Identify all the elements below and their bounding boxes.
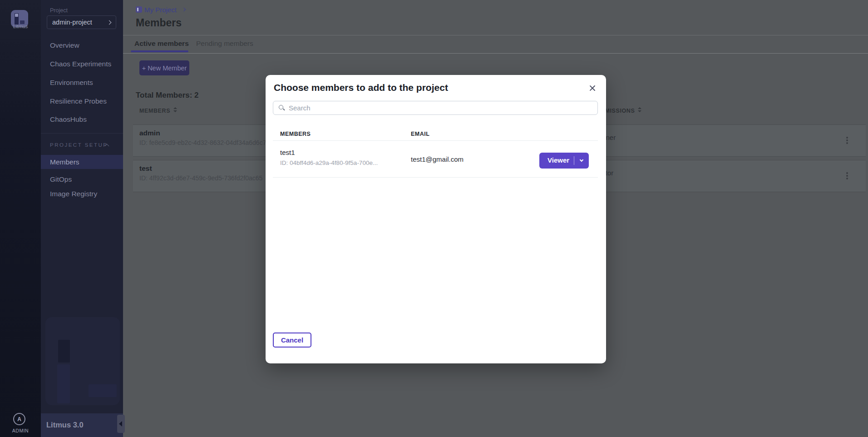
member-name: admin	[139, 129, 160, 137]
divider	[273, 140, 598, 141]
project-setup-heading[interactable]: PROJECT SETUP	[50, 142, 108, 148]
sort-icon[interactable]	[173, 107, 177, 112]
sidebar-item-chaoshubs[interactable]: ChaosHubs	[41, 113, 123, 126]
role-label[interactable]: Viewer	[547, 156, 569, 164]
member-id: ID: 4ff92c3d-d6e7-459c-9ed5-736fd2f0ac65	[139, 174, 262, 182]
candidate-email: test1@gmail.com	[411, 155, 464, 163]
sidebar-item-members[interactable]: Members	[41, 155, 123, 169]
tab-pending-members[interactable]: Pending members	[196, 40, 253, 48]
sidebar-item-image-registry[interactable]: Image Registry	[41, 187, 123, 201]
column-header-label: MEMBERS	[139, 108, 170, 114]
collapse-arrow-icon	[119, 421, 122, 427]
total-members-label: Total Members: 2	[136, 91, 199, 100]
user-avatar[interactable]: A	[13, 413, 25, 425]
logo-shape	[15, 14, 18, 17]
project-select-value: admin-project	[52, 19, 92, 26]
dialog-title: Choose members to add to the project	[274, 82, 448, 93]
new-member-button[interactable]: + New Member	[139, 60, 189, 75]
chevron-right-icon	[107, 20, 112, 25]
kebab-menu-icon[interactable]	[846, 172, 848, 174]
sidebar-item-resilience-probes[interactable]: Resilience Probes	[41, 94, 123, 108]
watermark-shape	[57, 364, 70, 403]
member-name: test	[139, 164, 152, 173]
candidate-id: ID: 04bff4d6-a29a-4f80-9f5a-700e...	[280, 159, 378, 166]
add-members-dialog: Choose members to add to the project MEM…	[266, 75, 606, 363]
member-id: ID: fe8e5cd9-eb2c-4d32-8632-04df34a6d6c7	[139, 139, 266, 146]
kebab-menu-icon[interactable]	[846, 137, 848, 139]
active-tab-underline	[131, 50, 188, 52]
button-divider	[574, 156, 574, 165]
close-icon[interactable]	[587, 82, 598, 94]
role-select-button[interactable]: Viewer	[539, 153, 589, 169]
version-label: Litmus 3.0	[46, 421, 84, 429]
breadcrumb-chevron-icon	[182, 8, 186, 11]
watermark-shape	[58, 340, 70, 363]
sort-icon[interactable]	[638, 107, 641, 112]
sidebar-footer: Litmus 3.0	[41, 413, 123, 437]
divider	[273, 177, 598, 178]
sidebar-rail: Litmus A ADMIN	[0, 0, 41, 437]
sidebar-item-gitops[interactable]: GitOps	[41, 173, 123, 186]
column-header-email: EMAIL	[411, 131, 429, 137]
page-title: Members	[136, 17, 182, 29]
column-header-members[interactable]: MEMBERS	[139, 107, 177, 114]
project-select[interactable]: admin-project	[47, 15, 116, 29]
sidebar-item-chaos-experiments[interactable]: Chaos Experiments	[41, 57, 123, 71]
search-field	[273, 101, 598, 115]
sidebar-item-environments[interactable]: Environments	[41, 76, 123, 89]
sidebar-watermark	[45, 317, 120, 405]
project-icon	[136, 6, 142, 13]
chevron-down-icon[interactable]	[580, 158, 583, 162]
sidebar-item-overview[interactable]: Overview	[41, 39, 123, 52]
litmus-app: Litmus A ADMIN Project admin-project Ove…	[0, 0, 868, 437]
cancel-button[interactable]: Cancel	[273, 333, 311, 348]
sidebar-nav: Project admin-project Overview Chaos Exp…	[41, 0, 123, 437]
project-label: Project	[50, 7, 68, 14]
watermark-shape	[89, 384, 117, 397]
sidebar-collapse-button[interactable]	[117, 415, 125, 433]
divider	[123, 53, 868, 54]
breadcrumb[interactable]: My Project	[144, 6, 177, 14]
user-label: ADMIN	[0, 428, 41, 433]
search-input[interactable]	[273, 101, 597, 114]
candidate-name: test1	[280, 149, 295, 156]
brand-label: Litmus	[0, 24, 41, 29]
tab-active-members[interactable]: Active members	[134, 40, 189, 48]
divider	[123, 35, 868, 35]
divider	[41, 133, 123, 134]
column-header-members: MEMBERS	[280, 131, 311, 137]
